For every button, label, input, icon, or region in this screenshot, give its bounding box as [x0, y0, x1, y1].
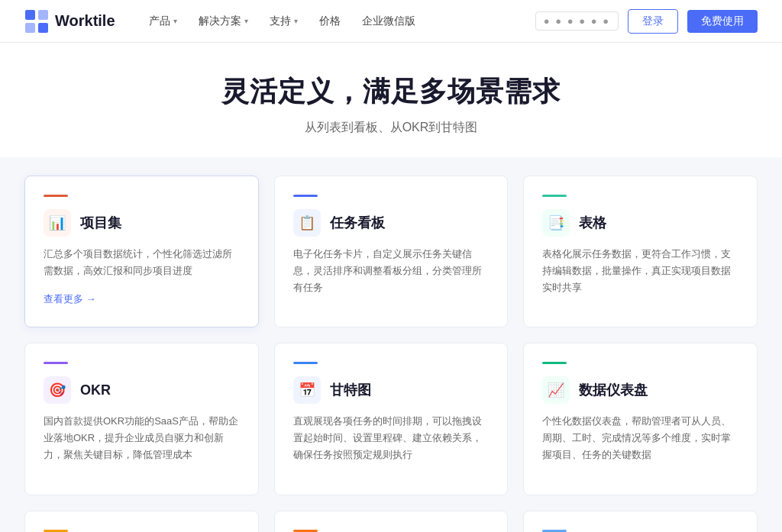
nav-pricing[interactable]: 价格: [310, 8, 350, 34]
card-title: 表格: [579, 214, 606, 232]
card-icon: 📈: [542, 376, 570, 404]
card-header: 🎯 OKR: [44, 376, 240, 404]
nav-wechat[interactable]: 企业微信版: [353, 8, 425, 34]
free-trial-button[interactable]: 免费使用: [687, 10, 758, 33]
card-header: 📊 项目集: [44, 209, 240, 237]
hero-title: 灵活定义，满足多场景需求: [15, 73, 767, 111]
nav-support[interactable]: 支持 ▾: [260, 8, 307, 34]
card-dashboard[interactable]: 📈 数据仪表盘 个性化数据仪表盘，帮助管理者可从人员、周期、工时、完成情况等多个…: [523, 343, 758, 495]
card-desc: 汇总多个项目数据统计，个性化筛选过滤所需数据，高效汇报和同步项目进度: [44, 246, 240, 279]
nav-product[interactable]: 产品 ▾: [140, 8, 186, 34]
card-desc: 电子化任务卡片，自定义展示任务关键信息，灵活排序和调整看板分组，分类管理所有任务: [293, 246, 490, 296]
card-header: 📋 任务看板: [293, 209, 490, 237]
hero-subtitle: 从列表到看板、从OKR到甘特图: [15, 120, 767, 136]
card-table[interactable]: 📑 表格 表格化展示任务数据，更符合工作习惯，支持编辑数据，批量操作，真正实现项…: [523, 176, 758, 327]
card-accent: [542, 362, 567, 364]
svg-rect-2: [25, 23, 35, 33]
navbar: Worktile 产品 ▾ 解决方案 ▾ 支持 ▾ 价格 企业微信版 ● ● ●…: [0, 0, 782, 43]
svg-rect-0: [25, 10, 35, 20]
logo-text: Worktile: [55, 12, 115, 30]
card-icon: 📑: [542, 209, 570, 237]
card-accent: [293, 195, 318, 197]
card-gantt[interactable]: 📅 甘特图 直观展现各项任务的时间排期，可以拖拽设置起始时间、设置里程碑、建立依…: [274, 343, 509, 495]
card-accent: [44, 195, 68, 197]
card-accent: [542, 530, 567, 532]
card-link[interactable]: 查看更多 →: [44, 292, 96, 306]
card-title: 项目集: [80, 214, 121, 232]
card-task-board[interactable]: 📋 任务看板 电子化任务卡片，自定义展示任务关键信息，灵活排序和调整看板分组，分…: [274, 176, 509, 327]
navbar-right: ● ● ● ● ● ● 登录 免费使用: [535, 9, 758, 34]
card-desc: 个性化数据仪表盘，帮助管理者可从人员、周期、工时、完成情况等多个维度，实时掌握项…: [542, 413, 738, 463]
card-header: 📅 甘特图: [293, 376, 490, 404]
card-grid: 📊 项目集 汇总多个项目数据统计，个性化筛选过滤所需数据，高效汇报和同步项目进度…: [24, 176, 758, 532]
card-accent: [44, 362, 68, 364]
card-icon: 📅: [293, 376, 321, 404]
card-title: OKR: [80, 382, 111, 398]
main-content: 📊 项目集 汇总多个项目数据统计，个性化筛选过滤所需数据，高效汇报和同步项目进度…: [0, 157, 782, 532]
card-accent: [293, 530, 318, 532]
svg-rect-3: [38, 23, 48, 33]
card-icon: 📋: [293, 209, 321, 237]
card-accent: [293, 362, 318, 364]
card-accent: [542, 195, 567, 197]
nav-solutions[interactable]: 解决方案 ▾: [189, 8, 257, 34]
nav-menu: 产品 ▾ 解决方案 ▾ 支持 ▾ 价格 企业微信版: [140, 8, 535, 34]
user-info: ● ● ● ● ● ●: [535, 11, 619, 31]
chevron-down-icon: ▾: [294, 17, 298, 25]
hero-section: 灵活定义，满足多场景需求 从列表到看板、从OKR到甘特图: [0, 43, 782, 157]
card-okr[interactable]: 🎯 OKR 国内首款提供OKR功能的SaaS产品，帮助企业落地OKR，提升企业成…: [24, 343, 259, 495]
card-title: 任务看板: [330, 214, 385, 232]
card-icon: 📊: [44, 209, 71, 237]
card-icon: 🎯: [44, 376, 71, 404]
card-approval[interactable]: 👤 任务审批 规范化管理任务流转，可以根据工作类型设置审批规则，每个节点输出的关…: [24, 511, 259, 532]
card-office[interactable]: 📁 轻办公 轻量级OA工具，简单易上手，可以个性化匹配企业需要的办公管理规则，支…: [523, 511, 758, 532]
logo-icon: [24, 9, 49, 34]
svg-rect-1: [38, 10, 48, 20]
card-project-set[interactable]: 📊 项目集 汇总多个项目数据统计，个性化筛选过滤所需数据，高效汇报和同步项目进度…: [24, 176, 259, 327]
card-desc: 国内首款提供OKR功能的SaaS产品，帮助企业落地OKR，提升企业成员自驱力和创…: [44, 413, 240, 463]
card-header: 📈 数据仪表盘: [542, 376, 738, 404]
card-accent: [44, 530, 68, 532]
card-header: 📑 表格: [542, 209, 738, 237]
card-title: 甘特图: [330, 381, 371, 399]
chevron-down-icon: ▾: [173, 17, 177, 25]
card-desc: 直观展现各项任务的时间排期，可以拖拽设置起始时间、设置里程碑、建立依赖关系，确保…: [293, 413, 490, 463]
chevron-down-icon: ▾: [244, 17, 248, 25]
card-worktime[interactable]: ⏰ 工时 支持工时登记、汇总统计，帮助企业管理者获知工时数据，以便协调资源，控制…: [274, 511, 509, 532]
logo[interactable]: Worktile: [24, 9, 115, 34]
login-button[interactable]: 登录: [628, 9, 678, 34]
card-desc: 表格化展示任务数据，更符合工作习惯，支持编辑数据，批量操作，真正实现项目数据实时…: [542, 246, 738, 296]
card-title: 数据仪表盘: [579, 381, 648, 399]
